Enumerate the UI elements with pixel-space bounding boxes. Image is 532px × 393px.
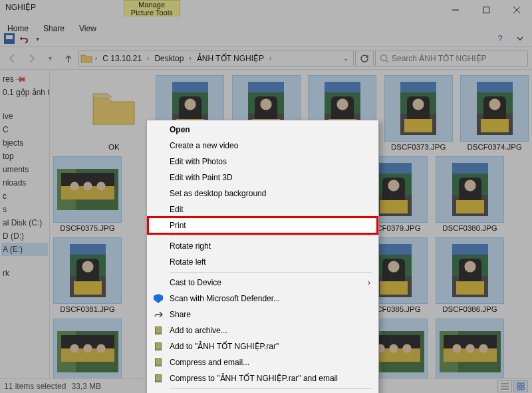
sidebar-item-label: top [3,150,14,163]
menu-item[interactable]: Add to "ẢNH TỐT NGHIỆP.rar" [148,338,377,354]
sidebar-item[interactable]: s [1,203,48,216]
search-box[interactable] [375,51,528,66]
svg-rect-0 [483,7,489,13]
image-thumbnail [70,244,106,297]
image-thumbnail [477,82,513,135]
sidebar-item[interactable]: al Disk (C:) [1,216,48,229]
pin-icon: 📌 [13,71,29,87]
menu-item[interactable]: Add to archive... [148,323,377,338]
sidebar-item[interactable]: top [1,150,48,163]
sidebar-item[interactable]: A (E:) [1,243,48,256]
chevron-right-icon: › [268,55,273,62]
maximize-button[interactable] [471,0,501,20]
ribbon-collapse-button[interactable] [512,32,528,45]
thumb-item[interactable]: OK [79,75,149,151]
sidebar-item[interactable]: res📌 [1,72,48,86]
properties-icon[interactable] [4,33,15,44]
refresh-button[interactable] [355,51,374,66]
title-bar: NGHIỆP Home Share View Manage Picture To… [0,0,532,30]
thumb-preview [460,75,529,142]
archive-icon [152,325,164,336]
thumb-item[interactable]: DSCF0373.JPG [384,75,454,151]
menu-item-label: Share [170,310,191,319]
sidebar-item-label: c [3,190,7,203]
new-folder-icon[interactable] [17,34,29,43]
chevron-down-icon [516,35,524,43]
view-thumbs-button[interactable] [513,380,528,392]
sidebar[interactable]: res📌0.1 gộp ảnh thàniveCbjectstopumentsn… [0,70,50,378]
menu-item[interactable]: Edit [148,201,377,217]
thumb-label: DSCF0386.JPG [442,305,497,313]
thumb-preview [436,237,504,304]
tab-picture-tools[interactable]: Manage Picture Tools [124,0,180,17]
menu-item[interactable]: Cast to Device› [148,275,377,291]
address-bar[interactable]: › C 13.10.21 › Desktop › ẢNH TỐT NGHIỆP … [78,51,354,66]
breadcrumb[interactable]: C 13.10.21 [100,54,144,63]
sidebar-item[interactable]: bjects [1,136,48,150]
menu-item[interactable]: Rotate left [148,254,377,270]
address-dropdown-icon[interactable]: ⌄ [340,55,352,62]
sidebar-item [1,99,48,110]
thumb-item[interactable]: DSCF0380.JPG [435,156,505,232]
menu-item[interactable]: Share [148,307,377,323]
sidebar-item[interactable]: 0.1 gộp ảnh thàn [1,86,48,99]
nav-recent-button[interactable]: ▾ [41,50,59,67]
thumb-label: DSCF0374.JPG [467,143,522,151]
sidebar-item[interactable]: C [1,123,48,136]
menu-item-label: Rotate right [170,241,211,251]
menu-item[interactable]: Rotate right [148,238,377,254]
refresh-icon [360,54,369,63]
thumb-item[interactable]: DSCF0386.JPG [435,237,505,313]
menu-item[interactable]: Scan with Microsoft Defender... [148,291,377,307]
thumb-item[interactable]: DSCF0374.JPG [460,75,530,151]
shield-icon [152,293,164,305]
thumb-item[interactable]: DSCF0381.JPG [53,237,122,313]
thumb-preview [53,319,122,378]
window-controls [440,0,532,20]
chevron-right-icon: › [361,278,370,287]
breadcrumb[interactable]: ẢNH TỐT NGHIỆP [194,54,267,63]
menu-item[interactable]: Set as desktop background [148,186,377,201]
thumb-preview [53,237,122,304]
thumb-item[interactable]: DSCF0375.JPG [53,156,122,232]
sidebar-item[interactable]: c [1,190,48,203]
thumb-label: DSCF0380.JPG [442,224,497,232]
svg-rect-3 [521,383,524,386]
menu-item[interactable]: Compress and email... [148,354,377,370]
nav-up-button[interactable] [60,50,77,67]
thumb-label: DSCF0375.JPG [60,224,114,232]
sidebar-item[interactable]: ive [1,110,48,123]
sidebar-item[interactable]: D (D:) [1,229,48,243]
menu-item[interactable]: Open [148,122,377,138]
sidebar-item[interactable]: nloads [1,176,48,190]
nav-forward-button[interactable] [23,50,40,67]
thumb-preview [53,156,122,223]
menu-item[interactable]: Edit with Paint 3D [148,170,377,186]
minimize-button[interactable] [440,0,471,20]
arrow-right-icon [26,53,37,64]
sidebar-item-label: res [3,72,14,86]
breadcrumb[interactable]: Desktop [152,54,186,63]
help-button[interactable]: ? [491,32,509,45]
menu-item[interactable]: Create a new video [148,138,377,154]
close-button[interactable] [501,0,532,20]
menu-item[interactable]: Compress to "ẢNH TỐT NGHIỆP.rar" and ema… [148,370,377,386]
menu-item-label: Compress and email... [170,358,249,367]
menu-item[interactable]: Print [148,217,377,233]
thumb-item[interactable] [435,319,505,378]
sidebar-item[interactable]: rk [1,267,48,280]
menu-item[interactable]: Edit with Photos [148,154,377,170]
view-details-button[interactable] [497,380,512,392]
thumb-item[interactable] [53,319,122,378]
search-input[interactable] [392,54,523,63]
image-thumbnail [57,331,118,372]
thumbs-view-icon [517,382,525,390]
image-thumbnail [376,244,412,297]
menu-separator [170,272,372,273]
menu-separator [170,235,372,236]
qat-dropdown-icon[interactable]: ▾ [32,35,43,42]
window-title: NGHIỆP [4,3,36,12]
nav-back-button[interactable] [4,50,21,67]
menu-item-label: Add to "ẢNH TỐT NGHIỆP.rar" [170,342,279,351]
sidebar-item[interactable]: uments [1,163,48,176]
